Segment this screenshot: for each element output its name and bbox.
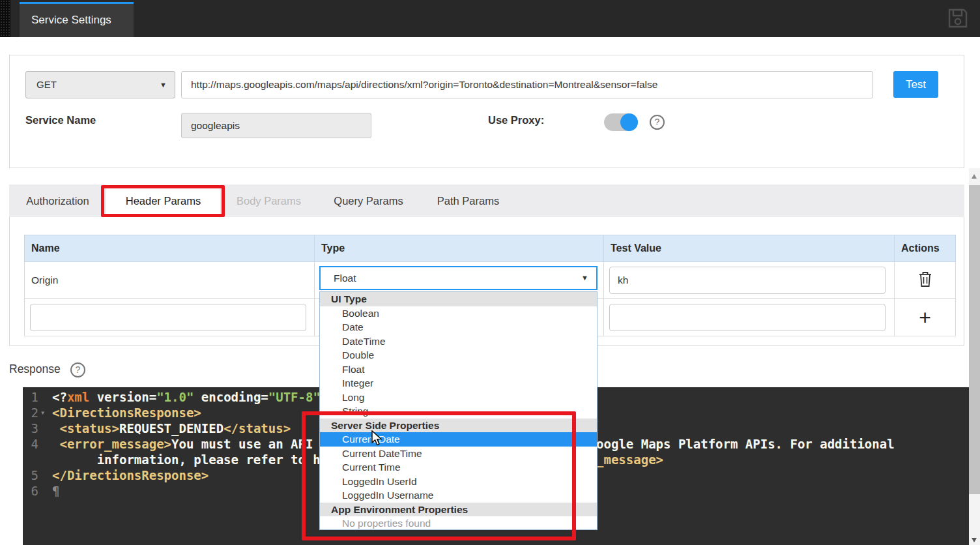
- proxy-help-icon[interactable]: ?: [650, 115, 665, 130]
- line-number: 6: [23, 483, 38, 499]
- scrollbar-thumb[interactable]: [969, 185, 980, 494]
- dropdown-option[interactable]: Float: [320, 362, 597, 377]
- new-param-name-input[interactable]: [30, 304, 306, 331]
- line-number: 3: [23, 420, 38, 436]
- chevron-down-icon: ▼: [581, 267, 588, 289]
- line-number: 1: [23, 389, 38, 405]
- trash-icon: [918, 271, 932, 287]
- dropdown-option[interactable]: Date: [320, 320, 597, 334]
- request-settings-panel: GET ▼ Test Service Name Use Proxy: ?: [9, 55, 964, 168]
- tab-service-settings[interactable]: Service Settings: [20, 2, 134, 37]
- col-header-type: Type: [315, 235, 604, 262]
- service-settings-page: Service Settings GET ▼ Test Service Name…: [0, 0, 980, 545]
- dropdown-option[interactable]: DateTime: [320, 334, 597, 349]
- dropdown-option[interactable]: Current Time: [320, 460, 597, 475]
- tab-authorization[interactable]: Authorization: [9, 184, 106, 217]
- service-name-input[interactable]: [181, 113, 371, 138]
- col-header-actions: Actions: [895, 235, 956, 262]
- dropdown-option[interactable]: Boolean: [320, 306, 597, 321]
- dropdown-option[interactable]: LoggedIn UserId: [320, 475, 597, 489]
- col-header-name: Name: [25, 235, 315, 262]
- test-button[interactable]: Test: [893, 71, 938, 98]
- toggle-knob: [620, 113, 638, 131]
- new-param-test-value-cell: [604, 299, 895, 336]
- use-proxy-label: Use Proxy:: [488, 114, 544, 126]
- dropdown-group-header: UI Type: [320, 292, 597, 306]
- param-type-value: Float: [334, 267, 356, 289]
- new-test-value-input[interactable]: [609, 304, 886, 331]
- param-tabbar: AuthorizationHeader ParamsBody ParamsQue…: [9, 184, 964, 217]
- dropdown-option[interactable]: Double: [320, 348, 597, 362]
- dropdown-option[interactable]: Current DateTime: [320, 447, 597, 461]
- dropdown-option[interactable]: Long: [320, 390, 597, 405]
- chevron-down-icon: ▼: [160, 72, 167, 98]
- delete-param-button[interactable]: [914, 269, 936, 291]
- param-actions-cell: [895, 262, 956, 299]
- param-test-value-cell: [604, 262, 895, 299]
- line-number: 4: [23, 436, 38, 452]
- dropdown-empty-text: No properties found: [320, 516, 597, 530]
- http-method-select[interactable]: GET ▼: [25, 71, 175, 98]
- fold-caret-icon[interactable]: ▾: [40, 405, 45, 420]
- line-number: 2: [23, 405, 38, 420]
- col-header-test-value: Test Value: [604, 235, 895, 262]
- tab-path-params[interactable]: Path Params: [420, 184, 517, 217]
- scrollbar-down-icon[interactable]: [969, 535, 980, 545]
- dropdown-group-header: App Environment Properties: [320, 503, 597, 517]
- service-name-label: Service Name: [25, 114, 96, 126]
- add-param-button[interactable]: +: [915, 306, 935, 329]
- sidebar-grip: [0, 0, 10, 37]
- dropdown-option[interactable]: LoggedIn Username: [320, 488, 597, 503]
- new-param-name-cell: [25, 299, 315, 336]
- line-number: 5: [23, 467, 38, 483]
- tab-service-settings-label: Service Settings: [20, 4, 134, 36]
- type-dropdown-list: UI TypeBooleanDateDateTimeDoubleFloatInt…: [319, 291, 598, 530]
- dropdown-option[interactable]: String: [320, 404, 597, 419]
- param-name-cell: Origin: [25, 262, 315, 299]
- response-label: Response: [9, 362, 61, 376]
- vertical-scrollbar: [969, 168, 980, 545]
- test-value-input[interactable]: [609, 267, 886, 294]
- tab-query-params[interactable]: Query Params: [317, 184, 420, 217]
- use-proxy-toggle[interactable]: [604, 113, 638, 131]
- tab-header-params[interactable]: Header Params: [106, 184, 220, 217]
- save-icon: [947, 8, 968, 29]
- tab-body-params[interactable]: Body Params: [220, 184, 317, 217]
- plus-icon: +: [919, 306, 931, 329]
- scrollbar-up-icon[interactable]: [969, 168, 980, 185]
- table-header-row: Name Type Test Value Actions: [25, 235, 956, 262]
- service-url-input[interactable]: [181, 71, 873, 98]
- http-method-value: GET: [36, 72, 57, 98]
- dropdown-option[interactable]: Current Date: [320, 432, 597, 447]
- param-type-select[interactable]: Float ▼: [319, 266, 598, 290]
- dropdown-option[interactable]: Integer: [320, 376, 597, 390]
- new-param-actions-cell: +: [895, 299, 956, 336]
- save-button[interactable]: [947, 8, 968, 29]
- dropdown-group-header: Server Side Properties: [320, 419, 597, 433]
- response-help-icon[interactable]: ?: [70, 362, 85, 377]
- top-bar: Service Settings: [0, 0, 980, 37]
